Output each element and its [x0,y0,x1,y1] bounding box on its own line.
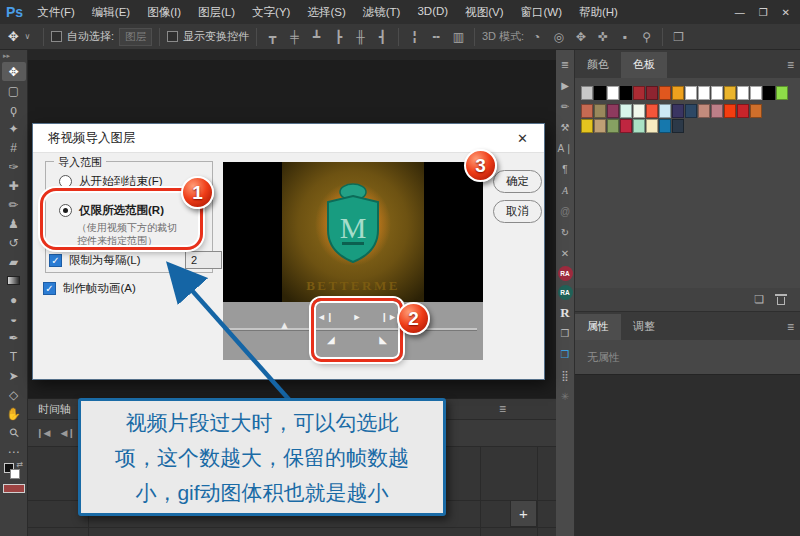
clone-stamp-tool[interactable]: ♟ [2,214,26,233]
color-swatch[interactable] [594,104,606,118]
gradient-tool[interactable] [2,271,26,290]
color-swatch[interactable] [763,86,775,100]
color-swatch[interactable] [581,119,593,133]
play-panel-icon[interactable]: ▶ [557,77,574,94]
workspace-icon[interactable]: ❒ [670,30,687,44]
plugin-x-icon[interactable]: ✕ [557,245,574,262]
menu-item[interactable]: 帮助(H) [579,5,618,20]
actions-panel-icon[interactable]: ≣ [557,56,574,73]
color-swatch[interactable] [750,104,762,118]
swap-colors-icon[interactable]: ⇄ [17,460,24,469]
color-swatch[interactable] [711,104,723,118]
color-swatch[interactable] [620,119,632,133]
eyedropper-tool[interactable]: ✑ [2,157,26,176]
panel-menu-icon[interactable]: ≡ [499,402,506,416]
playhead-marker[interactable]: ▲ [279,319,290,331]
menu-item[interactable]: 图层(L) [198,5,235,20]
color-swatch[interactable] [685,86,697,100]
crop-tool[interactable]: # [2,138,26,157]
panel-menu-icon[interactable]: ≡ [787,320,800,340]
pan-3d-icon[interactable]: ✥ [572,30,589,44]
align-top-icon[interactable]: ┳ [264,30,281,44]
zoom-3d-icon[interactable]: ⚲ [638,30,655,44]
color-swatch[interactable] [646,86,658,100]
distribute-even-icon[interactable]: ▥ [450,30,467,44]
refresh-panel-icon[interactable]: ↻ [557,224,574,241]
tab-color[interactable]: 颜色 [575,52,621,78]
color-swatch[interactable] [620,104,632,118]
paragraph-panel-icon[interactable]: ¶ [557,161,574,178]
show-transform-checkbox[interactable] [167,31,178,42]
color-swatch[interactable] [646,104,658,118]
color-swatch[interactable] [698,86,710,100]
color-swatch[interactable] [724,86,736,100]
healing-brush-tool[interactable]: ✚ [2,176,26,195]
brush-settings-icon[interactable]: ✏ [557,98,574,115]
color-swatch[interactable] [581,104,593,118]
dodge-tool[interactable]: ◒ [2,309,26,328]
color-swatch[interactable] [594,86,606,100]
quick-select-tool[interactable]: ✦ [2,119,26,138]
align-right-icon[interactable]: ┫ [374,30,391,44]
color-swatch[interactable] [698,104,710,118]
tool-presets-icon[interactable]: ⚒ [557,119,574,136]
background-color-chip[interactable] [10,469,20,479]
align-vcenter-icon[interactable]: ╪ [286,30,303,44]
new-swatch-icon[interactable]: ❏ [754,293,764,306]
character-panel-icon[interactable]: A❘ [557,140,574,157]
color-swatch[interactable] [737,86,749,100]
pattern-grid-icon[interactable]: ⣿ [557,367,574,384]
menu-item[interactable]: 3D(D) [417,5,448,20]
prev-frame-icon[interactable]: ◀❙ [60,428,74,438]
align-left-icon[interactable]: ┣ [330,30,347,44]
make-frames-row[interactable]: 制作帧动画(A) [43,281,136,296]
distribute-horz-icon[interactable]: ╍ [428,30,445,44]
color-swatch[interactable] [633,119,645,133]
color-swatch[interactable] [711,86,723,100]
menu-item[interactable]: 选择(S) [307,5,345,20]
menu-item[interactable]: 视图(V) [465,5,503,20]
move-tool[interactable]: ✥ [2,62,26,81]
ra-teal-badge[interactable]: RA [558,285,573,300]
color-swatch[interactable] [750,86,762,100]
tab-adjustments[interactable]: 调整 [621,314,667,340]
color-swatch[interactable] [724,104,736,118]
color-swatch[interactable] [672,86,684,100]
chevron-down-icon[interactable]: ∨ [19,32,36,41]
color-swatch[interactable] [594,119,606,133]
lasso-tool[interactable]: ϙ [2,100,26,119]
tab-properties[interactable]: 属性 [575,314,621,340]
color-swatch[interactable] [633,104,645,118]
limit-input[interactable] [185,251,222,269]
maximize-icon[interactable]: ❐ [759,7,768,18]
menu-item[interactable]: 图像(I) [147,5,181,20]
color-swatch[interactable] [672,104,684,118]
roll-3d-icon[interactable]: ◎ [550,30,567,44]
panel-menu-icon[interactable]: ≡ [787,58,800,78]
type-tool[interactable]: T [2,347,26,366]
retouch-pro-icon[interactable]: R [557,304,574,321]
history-brush-tool[interactable]: ↺ [2,233,26,252]
slide-3d-icon[interactable]: ✜ [594,30,611,44]
shape-tool[interactable]: ◇ [2,385,26,404]
trash-icon[interactable] [776,294,786,305]
menu-item[interactable]: 窗口(W) [520,5,562,20]
color-swatch[interactable] [607,86,619,100]
align-bottom-icon[interactable]: ┻ [308,30,325,44]
menu-item[interactable]: 文件(F) [37,5,75,20]
limit-frames-row[interactable]: 限制为每隔(L) [49,253,141,268]
radio-full-range[interactable]: 从开始到结束(F) [59,174,163,189]
color-swatch[interactable] [776,86,788,100]
pen-tool[interactable]: ✒ [2,328,26,347]
limit-checkbox[interactable] [49,254,62,267]
collapse-toolbox-icon[interactable]: ▸▸ [0,50,10,62]
first-frame-icon[interactable]: ❙◀ [36,428,50,438]
cube-dark-icon[interactable]: ❒ [557,346,574,363]
make-frames-checkbox[interactable] [43,282,56,295]
color-swatch[interactable] [620,86,632,100]
dialog-close-icon[interactable]: ✕ [517,131,544,146]
libraries-panel-icon[interactable]: @ [557,203,574,220]
color-swatch[interactable] [633,86,645,100]
color-swatch[interactable] [672,119,684,133]
marquee-tool[interactable]: ▢ [2,81,26,100]
